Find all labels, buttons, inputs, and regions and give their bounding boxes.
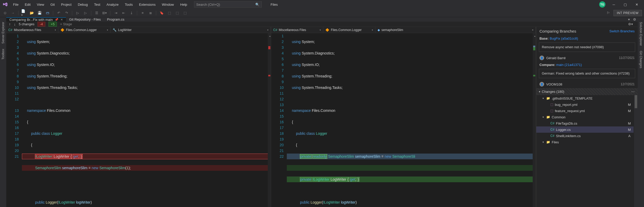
menu-project[interactable]: Project [58,2,74,8]
global-search-input[interactable]: Search (Ctrl+Q) 🔍 [194,1,262,8]
bookmark-icon[interactable]: 🔖 [159,10,165,16]
left-scope-dropdown[interactable]: C#Miscellaneous Files▾ [6,27,58,33]
right-gutter: 12345678910111213141516171819202122 [271,33,287,207]
menu-extensions[interactable]: Extensions [136,2,158,8]
csharp-icon: C# [8,28,12,32]
step-icon-2[interactable]: ⇤ [121,10,126,16]
file-status: A [627,134,631,138]
toolbar-icon-1[interactable]: ☰ [94,10,100,16]
diff-settings-icon[interactable]: ⚙▾ [628,22,635,26]
close-icon[interactable]: ✕ [60,18,63,21]
solution-explorer-tab[interactable]: Solution Explorer [639,19,643,48]
menu-test[interactable]: Test [92,2,103,8]
changes-section-header[interactable]: ▾ Changes (180) ⋯ [536,88,638,95]
tree-row[interactable]: C#Logger.csM [536,126,634,133]
more-menu-icon[interactable]: ⋯ [631,90,635,94]
stage-button[interactable]: +Stage [60,22,72,26]
menu-view[interactable]: View [34,2,47,8]
menu-help[interactable]: Help [178,2,190,8]
feedback-icon[interactable]: 🏳 [606,10,611,16]
step-icon-3[interactable]: ⤓ [129,10,134,16]
tab-program-cs[interactable]: Program.cs [104,17,127,22]
left-namespace-dropdown[interactable]: 🔶Files.Common.Logger▾ [58,27,111,33]
file-status: M [627,103,631,107]
git-changes-tab[interactable]: Git Changes [639,48,643,71]
preview-badge[interactable]: INT PREVIEW [613,10,642,16]
prev-change-button[interactable]: ↑ [9,22,11,26]
open-file-button[interactable]: 📂 [29,10,35,16]
redo-button[interactable]: ↷ [64,10,69,16]
menu-window[interactable]: Window [159,2,177,8]
menu-files-extra[interactable]: Files [268,2,280,8]
tree-row[interactable]: C#FileTagsDb.csM [536,120,634,126]
new-item-button[interactable]: 📄▾ [21,10,27,16]
bookmark-next-icon[interactable]: ⬚ [174,10,180,16]
tree-row[interactable]: ⬚bug_report.ymlM [536,101,634,108]
file-name: .github\ISSUE_TEMPLATE [552,96,631,100]
menu-debug[interactable]: Debug [75,2,90,8]
changes-tree[interactable]: ▾📁.github\ISSUE_TEMPLATE⬚bug_report.ymlM… [536,95,638,207]
folder-icon: 📁 [546,140,550,144]
yml-file-icon: ⬚ [550,109,553,113]
window-maximize-button[interactable]: ▢ [620,1,630,8]
left-member-dropdown[interactable]: 🔧LogWriter▾ [111,27,271,33]
pin-icon[interactable]: 📌 [55,18,58,21]
tree-row[interactable]: ▾📁Common [536,114,634,120]
left-overview-ruler[interactable]: ▴ ▾ [268,33,271,207]
tree-row[interactable]: ▾📁Files [536,139,634,145]
step-icon-1[interactable]: ⇥ [113,10,119,16]
class-icon: 🔶 [325,28,329,32]
right-namespace-dropdown[interactable]: 🔶Files.Common.Logger▾ [323,27,375,33]
right-member-dropdown[interactable]: ◆semaphoreSlim▾ [375,27,536,33]
scroll-up-icon[interactable]: ▴ [534,33,536,39]
outline-icon-2[interactable]: ≣ [148,10,153,16]
next-change-button[interactable]: ↓ [14,22,16,26]
switch-branches-link[interactable]: Switch Branches [609,29,635,33]
compare-branch-link[interactable]: main (21a41371) [556,63,582,67]
search-placeholder: Search (Ctrl+Q) [196,3,220,7]
file-name: Files [552,140,631,144]
run-dotted-button[interactable]: ▷ [83,10,88,16]
save-button[interactable]: 💾 [37,10,42,16]
tab-gear-icon[interactable]: ⚙ [631,17,638,21]
compare-title: Comparing Branches [539,29,576,33]
nav-forward-button[interactable]: → [10,10,16,16]
menubar: File Edit View Git Project Debug Test An… [0,0,644,9]
tree-row[interactable]: ▾📁.github\ISSUE_TEMPLATE [536,95,634,101]
tree-scrollbar[interactable] [634,95,638,207]
menu-git[interactable]: Git [48,2,57,8]
toolbox-tab[interactable]: Toolbox [1,46,5,62]
toolbar-icon-2[interactable]: ⊞▾ [102,10,107,16]
right-scope-dropdown[interactable]: C#Miscellaneous Files▾ [271,27,323,33]
left-code-editor[interactable]: 123456789101112131415161718192021 using … [6,33,271,207]
scroll-up-icon[interactable]: ▴ [269,33,271,39]
avatar-icon: 👤 [539,82,544,87]
right-code-editor[interactable]: 12345678910111213141516171819202122 usin… [271,33,536,207]
tree-row[interactable]: ⬚feature_request.ymlM [536,108,634,114]
tab-label: Comparing Br...Fix with main [9,18,53,22]
menu-analyze[interactable]: Analyze [104,2,121,8]
tab-comparing-branches[interactable]: Comparing Br...Fix with main 📌 ✕ [6,17,66,22]
base-branch-link[interactable]: BugFix (a5a01cc8) [550,36,578,40]
window-close-button[interactable]: ✕ [631,1,642,8]
bookmark-prev-icon[interactable]: ⬚ [167,10,172,16]
file-name: ShellLinkItem.cs [556,134,627,138]
base-date: 11/27/2021 [619,56,635,60]
menu-tools[interactable]: Tools [122,2,135,8]
run-button[interactable]: ▷ [75,10,81,16]
server-explorer-tab[interactable]: Server Explorer [1,19,5,46]
undo-button[interactable]: ↶ [56,10,62,16]
menu-edit[interactable]: Edit [22,2,33,8]
outline-icon-1[interactable]: ≡ [140,10,145,16]
bookmark-clear-icon[interactable]: ⬚ [182,10,188,16]
user-avatar[interactable]: TG [599,1,605,8]
nav-back-button[interactable]: ⊙ [2,10,8,16]
window-minimize-button[interactable]: ─ [609,1,619,8]
chevron-down-icon: ▾ [539,90,540,93]
tree-row[interactable]: C#ShellLinkItem.csA [536,133,634,139]
tab-dropdown-icon[interactable]: ▾ [627,17,631,21]
right-overview-ruler[interactable]: ▴ ▾ [533,33,536,207]
tab-git-repository[interactable]: Git Repository - Files [66,17,104,22]
save-all-button[interactable]: 🗃 [45,10,50,16]
menu-file[interactable]: File [10,2,21,8]
